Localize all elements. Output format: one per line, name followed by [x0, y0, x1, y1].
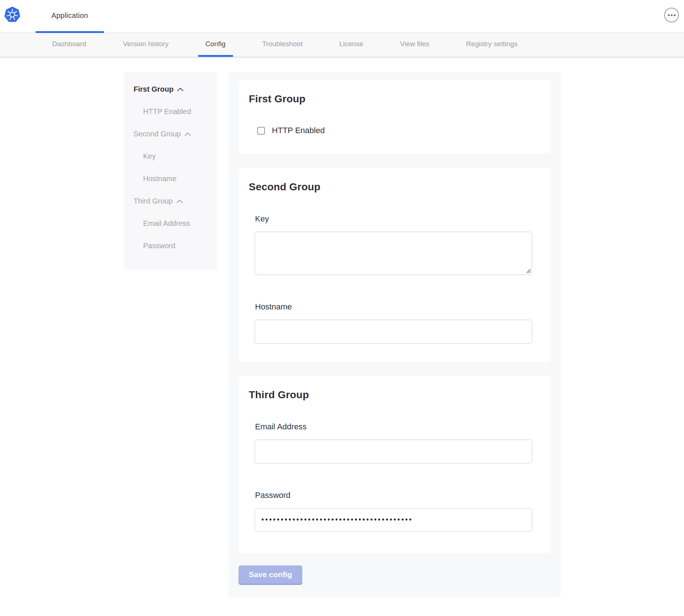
sidebar-item-label: Third Group	[134, 197, 173, 205]
application-tab[interactable]: Application	[36, 0, 104, 33]
tab-dashboard[interactable]: Dashboard	[45, 33, 94, 57]
sidebar-item-hostname[interactable]: Hostname	[124, 168, 217, 190]
chevron-up-icon	[177, 199, 183, 203]
sidebar-item-label: HTTP Enabled	[143, 107, 191, 116]
app-header: Application	[0, 0, 684, 33]
kubernetes-logo-icon	[4, 6, 20, 23]
password-input[interactable]	[255, 508, 532, 532]
tab-registry-settings[interactable]: Registry settings	[459, 33, 525, 57]
tab-troubleshoot[interactable]: Troubleshoot	[255, 33, 310, 57]
config-group-card-second: Second Group Key Hostname	[239, 168, 550, 362]
sidebar-item-label: First Group	[134, 85, 174, 94]
save-config-button[interactable]: Save config	[239, 565, 302, 584]
resize-handle-icon[interactable]	[526, 268, 531, 274]
config-group-card-first: First Group HTTP Enabled	[239, 80, 550, 154]
config-form-panel: First Group HTTP Enabled Second Group Ke…	[228, 72, 561, 597]
ellipsis-icon	[668, 14, 676, 16]
app-navbar: Dashboard Version history Config Trouble…	[0, 33, 684, 58]
config-group-card-third: Third Group Email Address Password	[239, 375, 550, 553]
sidebar-item-label: Password	[143, 242, 175, 250]
email-address-label: Email Address	[255, 422, 540, 432]
sidebar-item-key[interactable]: Key	[124, 145, 217, 168]
sidebar-item-label: Hostname	[143, 175, 177, 183]
sidebar-item-third-group[interactable]: Third Group	[124, 190, 217, 212]
key-textarea-wrap	[255, 232, 532, 275]
group-title: Second Group	[249, 181, 540, 193]
tab-view-files[interactable]: View files	[393, 33, 437, 57]
http-enabled-field[interactable]: HTTP Enabled	[257, 126, 540, 135]
group-title: Third Group	[249, 389, 540, 401]
application-tab-label: Application	[51, 11, 88, 20]
sidebar-item-label: Second Group	[134, 130, 181, 138]
sidebar-item-email-address[interactable]: Email Address	[124, 212, 217, 235]
key-textarea[interactable]	[255, 232, 532, 275]
config-sidebar: First Group HTTP Enabled Second Group Ke…	[124, 72, 217, 270]
password-label: Password	[255, 491, 540, 500]
tab-config[interactable]: Config	[198, 33, 233, 57]
tab-version-history[interactable]: Version history	[116, 33, 176, 57]
sidebar-item-label: Email Address	[143, 219, 190, 228]
chevron-up-icon	[185, 132, 191, 136]
sidebar-item-http-enabled[interactable]: HTTP Enabled	[124, 100, 217, 123]
hostname-input[interactable]	[255, 320, 532, 344]
checkbox-unchecked-icon[interactable]	[257, 127, 265, 135]
email-address-input[interactable]	[255, 440, 532, 463]
key-label: Key	[255, 214, 540, 224]
tab-license[interactable]: License	[332, 33, 371, 57]
chevron-up-icon	[177, 88, 183, 91]
checkbox-label: HTTP Enabled	[272, 126, 325, 135]
sidebar-item-first-group[interactable]: First Group	[124, 78, 217, 100]
config-page-content: First Group HTTP Enabled Second Group Ke…	[0, 58, 684, 72]
sidebar-item-label: Key	[143, 152, 156, 161]
sidebar-item-second-group[interactable]: Second Group	[124, 123, 217, 145]
overflow-menu-button[interactable]	[664, 8, 679, 22]
group-title: First Group	[249, 93, 540, 105]
hostname-label: Hostname	[255, 302, 540, 312]
sidebar-item-password[interactable]: Password	[124, 235, 217, 257]
